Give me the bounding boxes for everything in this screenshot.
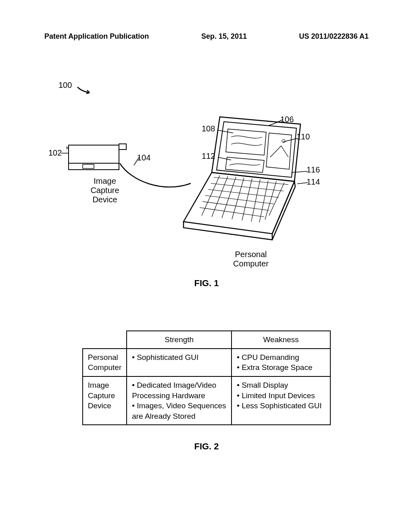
leader-line [218,129,234,135]
figure-2-caption: FIG. 2 [0,441,413,452]
ref-label-102: 102 [48,148,62,158]
row-label-device: Image Capture Device [83,376,127,425]
svg-rect-2 [83,164,94,168]
leader-line [133,156,141,166]
pc-label: Personal Computer [223,250,279,268]
svg-line-9 [283,138,298,142]
leader-line [282,137,298,143]
cell-pc-strength: • Sophisticated GUI [127,349,232,376]
figure-1: 100 102 104 106 108 110 112 114 116 [0,73,413,282]
cell-device-weakness: • Small Display • Limited Input Devices … [232,376,330,425]
row-label-pc: Personal Computer [83,349,127,376]
camera-label-text: Image Capture Device [90,177,119,204]
cell-device-strength: • Dedicated Image/Video Processing Hardw… [127,376,232,425]
header-pub-number: US 2011/0222836 A1 [299,32,369,41]
ref-label-114: 114 [307,177,320,187]
table-row: Personal Computer • Sophisticated GUI • … [83,349,330,376]
ref-label-100: 100 [58,81,72,90]
col-header-strength: Strength [127,331,232,349]
figure-2: Strength Weakness Personal Computer • So… [0,330,413,425]
leader-line [218,155,232,161]
leader-line [61,151,69,155]
leader-line [290,169,309,174]
col-header-weakness: Weakness [232,331,330,349]
figure-1-caption: FIG. 1 [0,278,413,289]
leader-line [268,119,284,127]
comparison-table: Strength Weakness Personal Computer • So… [82,330,331,425]
svg-line-8 [218,130,233,133]
camera-label: Image Capture Device [83,177,127,204]
table-corner [83,331,127,349]
svg-rect-0 [69,145,119,163]
cell-pc-weakness: • CPU Demanding • Extra Storage Space [232,349,330,376]
svg-line-11 [291,171,307,172]
pc-label-text: Personal Computer [233,250,269,268]
header-date: Sep. 15, 2011 [201,32,247,41]
laptop-icon [179,113,309,246]
svg-rect-3 [119,144,126,150]
arrow-icon [77,86,93,94]
ref-label-116: 116 [307,165,320,175]
header-left: Patent Application Publication [44,32,149,41]
leader-line [296,181,309,185]
svg-line-12 [297,183,308,184]
page-header: Patent Application Publication Sep. 15, … [0,32,413,41]
svg-line-10 [218,157,231,160]
table-row: Image Capture Device • Dedicated Image/V… [83,376,330,425]
